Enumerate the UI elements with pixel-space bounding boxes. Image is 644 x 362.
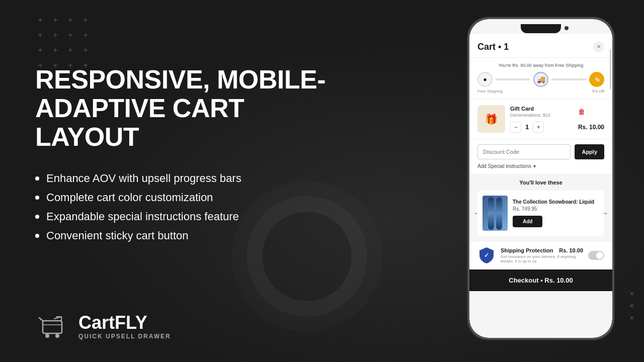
plus-icon: + [80, 45, 91, 55]
cart-header: Cart • 1 × [469, 34, 612, 58]
plus-icon: + [65, 30, 75, 40]
progress-shipping-icon: 🚚 [533, 72, 548, 87]
cart-item: 🎁 Gift Card Denominations: $10 − 1 + 🗑 R… [469, 99, 612, 139]
discount-code-input[interactable] [477, 144, 571, 159]
plus-icon: + [35, 30, 45, 40]
qty-increase-button[interactable]: + [533, 122, 544, 133]
progress-bar-fill-2 [551, 78, 586, 80]
progress-text: You're Rs. 90.00 away from Free Shipping [477, 63, 604, 68]
x-mark-icon: × [630, 302, 634, 310]
x-mark-icon: × [630, 290, 634, 298]
plus-icon: + [35, 15, 45, 25]
apply-discount-button[interactable]: Apply [575, 144, 604, 159]
cart-title: Cart • 1 [477, 42, 509, 52]
list-item: Complete cart color customization [35, 191, 337, 204]
progress-bar-2 [551, 78, 586, 80]
logo-area: CartFLY QUICK UPSELL DRAWER [35, 312, 171, 342]
phone-scrollbar [610, 49, 611, 89]
upsell-product-image [482, 196, 508, 231]
snowboard-visual-2 [496, 197, 502, 230]
progress-label-left: Free Shipping [477, 89, 503, 94]
phone-camera [565, 26, 569, 30]
phone-mockup: Cart • 1 × You're Rs. 90.00 away from Fr… [468, 18, 614, 339]
cart-item-price: Rs. 10.00 [578, 124, 604, 131]
list-item: Convenient sticky cart button [35, 229, 337, 242]
list-item: Expandable special instructions feature [35, 210, 337, 223]
svg-text:✓: ✓ [484, 252, 489, 259]
brand-tagline: QUICK UPSELL DRAWER [78, 333, 171, 340]
sp-description: Get insurance on your delivery. If anyth… [501, 254, 583, 263]
checkout-button[interactable]: Checkout • Rs. 10.00 [469, 269, 612, 291]
shipping-protection-info: Shipping Protection Rs. 10.00 Get insura… [501, 247, 583, 263]
sp-price: Rs. 10.00 [559, 247, 583, 253]
x-mark-icon: × [630, 314, 634, 322]
toggle-knob [596, 252, 603, 259]
cart-logo-svg [35, 312, 70, 342]
upsell-card: The Collection Snowboard: Liquid Rs. 749… [477, 191, 604, 236]
progress-bar-fill [496, 78, 520, 80]
upsell-add-button[interactable]: Add [513, 216, 542, 227]
discount-row: Apply [477, 144, 604, 159]
cart-item-details: Gift Card Denominations: $10 − 1 + [510, 106, 573, 133]
feature-list: Enhance AOV with upsell progress bars Co… [35, 172, 337, 242]
bullet-icon [35, 234, 39, 238]
progress-label-right: 5% Off [592, 89, 604, 94]
plus-icon: + [35, 45, 45, 55]
logo-text: CartFLY QUICK UPSELL DRAWER [78, 314, 171, 340]
bullet-icon [35, 196, 39, 200]
plus-icon: + [80, 30, 91, 40]
shield-icon: ✓ [477, 246, 496, 264]
snowboard-visual [488, 197, 494, 230]
cart-item-name: Gift Card [510, 106, 573, 112]
phone-outer: Cart • 1 × You're Rs. 90.00 away from Fr… [468, 18, 614, 339]
sp-title: Shipping Protection [501, 247, 553, 253]
progress-track: ● 🚚 🏷️ [477, 72, 604, 87]
plus-icon: + [50, 45, 60, 55]
qty-value: 1 [525, 123, 529, 131]
progress-labels: Free Shipping 5% Off [477, 89, 604, 94]
plus-icon: + [50, 30, 60, 40]
plus-icon: + [65, 45, 75, 55]
upsell-title: You'll love these [477, 179, 604, 186]
logo-icon [35, 312, 70, 342]
sp-header: Shipping Protection Rs. 10.00 [501, 247, 583, 253]
discount-section: Apply Add Special instructions ▾ [469, 139, 612, 174]
plus-grid-decoration: + + + + + + + + + + + + + + + + [35, 15, 91, 70]
bullet-icon [35, 215, 39, 219]
plus-icon: + [50, 15, 60, 25]
cart-close-button[interactable]: × [593, 41, 604, 52]
qty-decrease-button[interactable]: − [510, 122, 521, 133]
delete-item-button[interactable]: 🗑 [578, 108, 585, 116]
left-panel: RESPONSIVE, MOBILE- ADAPTIVE CART LAYOUT… [35, 65, 337, 248]
svg-point-1 [45, 334, 49, 338]
plus-icon: + [65, 15, 75, 25]
list-item: Enhance AOV with upsell progress bars [35, 172, 337, 185]
upsell-section: You'll love these ← The Collection Snowb… [469, 174, 612, 241]
x-marks-decoration: × × × [630, 290, 634, 322]
progress-start-icon: ● [477, 72, 493, 87]
chevron-down-icon: ▾ [533, 163, 536, 169]
main-title: RESPONSIVE, MOBILE- ADAPTIVE CART LAYOUT [35, 65, 337, 152]
bullet-icon [35, 176, 39, 180]
svg-rect-0 [43, 321, 62, 333]
progress-bar [496, 78, 530, 80]
qty-controls: − 1 + [510, 122, 573, 133]
cart-item-variant: Denominations: $10 [510, 113, 573, 118]
brand-name: CartFLY [78, 314, 171, 332]
svg-point-2 [55, 334, 59, 338]
upsell-carousel: ← The Collection Snowboard: Liquid Rs. 7… [477, 191, 604, 236]
special-instructions-toggle[interactable]: Add Special instructions ▾ [477, 163, 604, 169]
shipping-protection-toggle[interactable] [588, 251, 604, 260]
upsell-next-button[interactable]: → [601, 209, 608, 217]
phone-notch [521, 24, 561, 33]
phone-screen: Cart • 1 × You're Rs. 90.00 away from Fr… [469, 19, 612, 338]
upsell-product-price: Rs. 749.95 [513, 206, 599, 212]
shipping-protection-section: ✓ Shipping Protection Rs. 10.00 Get insu… [469, 241, 612, 269]
cart-item-right: 🗑 Rs. 10.00 [578, 108, 604, 131]
progress-section: You're Rs. 90.00 away from Free Shipping… [469, 58, 612, 99]
plus-icon: + [80, 15, 91, 25]
cart-item-image: 🎁 [477, 105, 505, 133]
upsell-product-name: The Collection Snowboard: Liquid [513, 199, 599, 205]
upsell-product-info: The Collection Snowboard: Liquid Rs. 749… [513, 199, 599, 227]
progress-end-icon: 🏷️ [589, 72, 604, 87]
